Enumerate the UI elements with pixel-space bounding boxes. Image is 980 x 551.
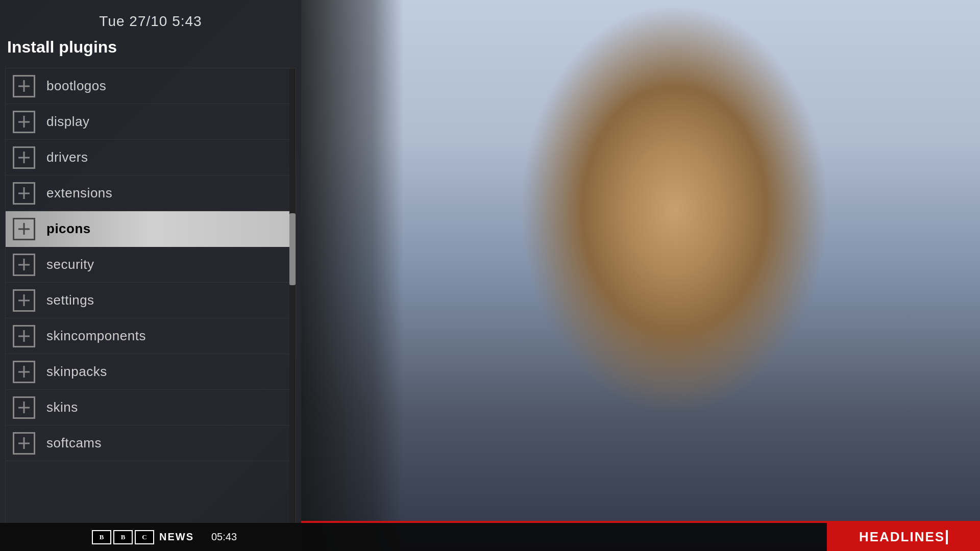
bbc-logo: B B C NEWS 05:43 [92,530,237,544]
plugin-item-skinpacks[interactable]: skinpacks [6,354,296,390]
headlines-text: HEADLINES [859,529,945,545]
plus-icon-display [13,111,35,133]
plugin-label-settings: settings [46,292,94,308]
plugin-icon-skincomponents [11,323,37,349]
plugin-item-security[interactable]: security [6,247,296,283]
plugin-label-security: security [46,257,94,272]
plugin-label-bootlogos: bootlogos [46,78,106,94]
plus-icon-skinpacks [13,361,35,383]
plugin-icon-skinpacks [11,359,37,385]
plugin-panel: Tue 27/10 5:43 Install plugins bootlogos… [0,0,301,551]
plugin-item-softcams[interactable]: softcams [6,425,296,461]
plus-icon-softcams [13,432,35,455]
plus-icon-security [13,254,35,276]
datetime-display: Tue 27/10 5:43 [0,9,301,34]
bbc-box-c: C [135,530,154,544]
plugin-list: bootlogosdisplaydriversextensionspiconss… [5,68,296,551]
plugin-item-skincomponents[interactable]: skincomponents [6,318,296,354]
panel-title: Install plugins [0,34,301,63]
plugin-icon-picons [11,216,37,242]
plus-icon-bootlogos [13,75,35,97]
plugin-item-skins[interactable]: skins [6,390,296,425]
plugin-label-drivers: drivers [46,149,88,165]
bottom-time: 05:43 [211,531,237,543]
panel-header: Tue 27/10 5:43 Install plugins [0,0,301,68]
plugin-icon-drivers [11,144,37,171]
plugin-label-skins: skins [46,399,78,415]
headlines-banner: HEADLINES [827,523,980,551]
plugin-label-picons: picons [46,221,91,237]
plus-icon-skins [13,396,35,419]
plugin-icon-security [11,252,37,278]
plugin-icon-settings [11,287,37,314]
plugin-item-bootlogos[interactable]: bootlogos [6,68,296,104]
bbc-box-b2: B [113,530,133,544]
plugin-icon-display [11,109,37,135]
plugin-label-skincomponents: skincomponents [46,328,146,344]
plugin-item-extensions[interactable]: extensions [6,176,296,211]
headlines-cursor [946,530,948,544]
plugin-item-picons[interactable]: picons [6,211,296,247]
bbc-news-text: NEWS [159,531,194,543]
plugin-label-extensions: extensions [46,185,112,201]
plugin-icon-softcams [11,430,37,457]
bbc-box-b1: B [92,530,111,544]
plugin-item-display[interactable]: display [6,104,296,140]
plugin-label-softcams: softcams [46,435,102,451]
plugin-item-drivers[interactable]: drivers [6,140,296,176]
plugin-item-settings[interactable]: settings [6,283,296,318]
plugin-icon-bootlogos [11,73,37,99]
scrollbar[interactable] [289,68,296,550]
scrollbar-thumb[interactable] [289,213,296,286]
plus-icon-drivers [13,146,35,169]
plugin-label-display: display [46,114,89,130]
plugin-icon-skins [11,394,37,421]
plus-icon-extensions [13,182,35,205]
left-overlay [301,0,403,551]
plus-icon-picons [13,218,35,240]
plugin-label-skinpacks: skinpacks [46,364,107,380]
plus-icon-settings [13,289,35,312]
plus-icon-skincomponents [13,325,35,347]
plugin-icon-extensions [11,180,37,207]
